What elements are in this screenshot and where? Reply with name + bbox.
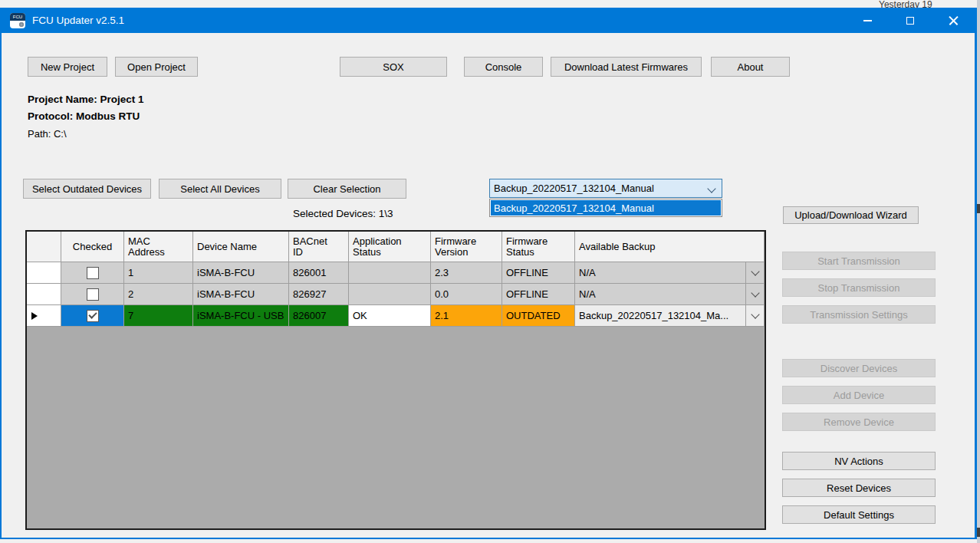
clear-selection-button[interactable]: Clear Selection bbox=[288, 179, 406, 199]
transmission-settings-button: Transmission Settings bbox=[782, 305, 936, 324]
app-icon: FCU bbox=[10, 13, 25, 28]
window-title: FCU Updater v2.5.1 bbox=[32, 15, 124, 26]
background-artifact bbox=[977, 204, 980, 213]
row-selector-cell[interactable] bbox=[27, 262, 61, 284]
table-row-selected: 7 iSMA-B-FCU - USB 826007 OK 2.1 OUTDATE… bbox=[27, 305, 765, 327]
header-bacnet-id: BACnet ID bbox=[289, 232, 349, 262]
header-device-name: Device Name bbox=[193, 232, 289, 262]
project-name-label: Project Name: Project 1 bbox=[28, 94, 144, 105]
new-project-button[interactable]: New Project bbox=[28, 57, 107, 77]
close-button[interactable] bbox=[932, 8, 975, 33]
backup-combobox-dropdown: Backup_20220517_132104_Manual bbox=[489, 199, 722, 217]
window-border-bottom bbox=[0, 538, 977, 539]
nv-actions-button[interactable]: NV Actions bbox=[782, 452, 936, 470]
table-row: 2 iSMA-B-FCU 826927 0.0 OFFLINE N/A bbox=[27, 284, 765, 305]
application-status-cell[interactable] bbox=[349, 284, 431, 305]
chevron-down-icon bbox=[751, 288, 759, 297]
header-checked: Checked bbox=[61, 232, 124, 262]
project-path-label: Path: C:\ bbox=[28, 128, 67, 140]
checked-cell[interactable] bbox=[61, 284, 124, 305]
firmware-status-cell[interactable]: OFFLINE bbox=[502, 262, 575, 284]
gear-icon bbox=[19, 22, 24, 27]
available-backup-cell[interactable]: N/A bbox=[575, 262, 765, 284]
bacnet-id-cell[interactable]: 826927 bbox=[289, 284, 349, 305]
table-row: 1 iSMA-B-FCU 826001 2.3 OFFLINE N/A bbox=[27, 262, 765, 284]
console-button[interactable]: Console bbox=[464, 57, 543, 77]
checkbox-unchecked[interactable] bbox=[87, 267, 99, 279]
selected-devices-count: Selected Devices: 1\3 bbox=[293, 208, 393, 219]
select-all-devices-button[interactable]: Select All Devices bbox=[159, 179, 281, 199]
background-window-strip: Yesterday 19 bbox=[0, 0, 980, 8]
screen: Yesterday 19 FCU FCU Updater v2.5.1 New … bbox=[0, 0, 980, 543]
upload-download-wizard-button[interactable]: Upload/Download Wizard bbox=[783, 206, 919, 224]
table-header-row: Checked MAC Address Device Name BACnet I… bbox=[27, 232, 765, 262]
firmware-status-cell[interactable]: OFFLINE bbox=[502, 284, 575, 305]
background-artifact bbox=[977, 528, 980, 537]
titlebar: FCU FCU Updater v2.5.1 bbox=[0, 8, 977, 33]
background-right-strip bbox=[977, 0, 980, 543]
open-project-button[interactable]: Open Project bbox=[115, 57, 198, 77]
header-firmware-status: Firmware Status bbox=[502, 232, 575, 262]
current-row-pointer-icon bbox=[31, 312, 38, 320]
device-name-cell[interactable]: iSMA-B-FCU - USB bbox=[193, 305, 289, 327]
maximize-button[interactable] bbox=[889, 8, 932, 33]
backup-combobox-value: Backup_20220517_132104_Manual bbox=[494, 183, 654, 194]
window-border-right bbox=[975, 8, 977, 539]
firmware-status-cell[interactable]: OUTDATED bbox=[502, 305, 575, 327]
device-name-cell[interactable]: iSMA-B-FCU bbox=[193, 262, 289, 284]
chevron-down-icon bbox=[751, 310, 759, 318]
device-table: Checked MAC Address Device Name BACnet I… bbox=[25, 230, 766, 530]
close-icon bbox=[949, 15, 959, 25]
header-row-selector bbox=[27, 232, 61, 262]
project-protocol-label: Protocol: Modbus RTU bbox=[28, 110, 140, 122]
discover-devices-button: Discover Devices bbox=[782, 359, 936, 377]
available-backup-cell[interactable]: N/A bbox=[575, 284, 765, 305]
window-border-left bbox=[0, 33, 2, 539]
minimize-button[interactable] bbox=[846, 8, 889, 33]
mac-cell[interactable]: 2 bbox=[124, 284, 193, 305]
application-status-cell[interactable] bbox=[349, 262, 431, 284]
backup-dropdown-option[interactable]: Backup_20220517_132104_Manual bbox=[491, 200, 721, 216]
mac-cell[interactable]: 1 bbox=[124, 262, 193, 284]
default-settings-button[interactable]: Default Settings bbox=[782, 505, 936, 524]
checked-cell[interactable] bbox=[61, 262, 124, 284]
header-available-backup: Available Backup bbox=[575, 232, 765, 262]
checked-cell[interactable] bbox=[61, 305, 124, 327]
backup-combobox[interactable]: Backup_20220517_132104_Manual bbox=[489, 179, 722, 198]
background-clipped-text: Yesterday 19 bbox=[879, 0, 974, 8]
firmware-version-cell[interactable]: 0.0 bbox=[431, 284, 502, 305]
bacnet-id-cell[interactable]: 826007 bbox=[289, 305, 349, 327]
chevron-down-icon bbox=[707, 184, 715, 193]
select-outdated-devices-button[interactable]: Select Outdated Devices bbox=[23, 179, 151, 199]
add-device-button: Add Device bbox=[782, 386, 936, 404]
sox-button[interactable]: SOX bbox=[340, 57, 447, 77]
bacnet-id-cell[interactable]: 826001 bbox=[289, 262, 349, 284]
maximize-icon bbox=[906, 17, 914, 25]
backup-cell-dropdown-arrow[interactable] bbox=[745, 305, 764, 326]
mac-cell[interactable]: 7 bbox=[124, 305, 193, 327]
available-backup-cell[interactable]: Backup_20220517_132104_Ma... bbox=[575, 305, 765, 327]
backup-cell-dropdown-arrow[interactable] bbox=[745, 284, 764, 304]
device-name-cell[interactable]: iSMA-B-FCU bbox=[193, 284, 289, 305]
row-selector-cell[interactable] bbox=[27, 284, 61, 305]
row-selector-cell[interactable] bbox=[27, 305, 61, 327]
chevron-down-icon bbox=[751, 267, 759, 275]
header-firmware-version: Firmware Version bbox=[431, 232, 502, 262]
firmware-version-cell[interactable]: 2.1 bbox=[431, 305, 502, 327]
about-button[interactable]: About bbox=[711, 57, 790, 77]
window-controls bbox=[846, 8, 975, 33]
start-transmission-button: Start Transmission bbox=[782, 252, 936, 270]
checkbox-unchecked[interactable] bbox=[87, 288, 99, 301]
remove-device-button: Remove Device bbox=[782, 413, 936, 431]
download-latest-firmwares-button[interactable]: Download Latest Firmwares bbox=[551, 57, 702, 77]
backup-cell-dropdown-arrow[interactable] bbox=[745, 262, 764, 283]
checkbox-checked[interactable] bbox=[87, 310, 99, 322]
header-application-status: Application Status bbox=[349, 232, 431, 262]
header-mac-address: MAC Address bbox=[124, 232, 193, 262]
reset-devices-button[interactable]: Reset Devices bbox=[782, 479, 936, 497]
minimize-icon bbox=[863, 20, 872, 21]
application-status-cell[interactable]: OK bbox=[349, 305, 431, 327]
stop-transmission-button: Stop Transmission bbox=[782, 278, 936, 297]
firmware-version-cell[interactable]: 2.3 bbox=[431, 262, 502, 284]
